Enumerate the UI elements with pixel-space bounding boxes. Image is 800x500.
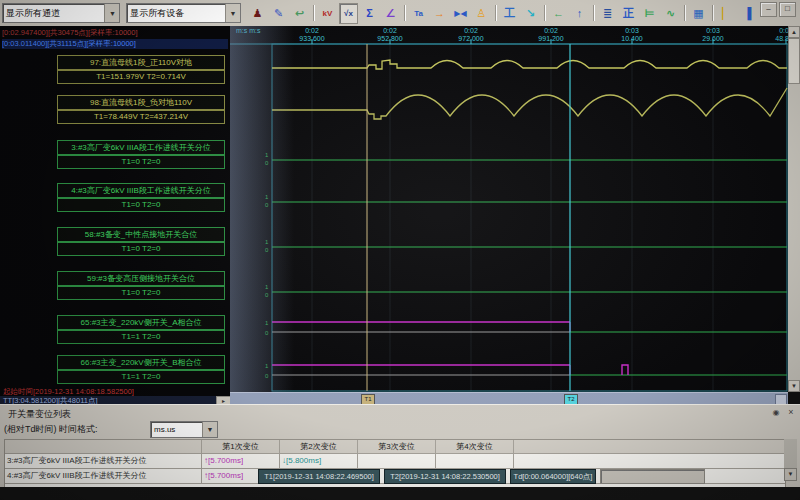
channel-panel: [0:02.947400][共30475点][采样率:10000][0:03.0… [0, 26, 230, 404]
channel-title: 4:#3高厂变6kV IIIB段工作进线开关分位 [57, 183, 225, 198]
channel-cursor-values: T1=1 T2=0 [57, 330, 225, 344]
time-format-combo[interactable]: ms.us ▼ [150, 421, 218, 438]
channel-filter-value: 显示所有通道 [3, 7, 104, 20]
channel-title: 97:直流母线1段_正110V对地 [57, 55, 225, 70]
bowtie-icon[interactable]: ▶◀ [451, 3, 470, 24]
svg-text:1: 1 [265, 152, 269, 158]
angle-icon[interactable]: ∠ [381, 3, 400, 24]
table-scrollbar[interactable]: ▼ [784, 439, 797, 481]
table-header-name [5, 440, 201, 454]
back-arrow-icon[interactable]: ← [549, 3, 568, 24]
undo-arrow-icon[interactable]: ↩ [290, 3, 309, 24]
grid-icon[interactable]: ▦ [689, 3, 708, 24]
device-filter-value: 显示所有设备 [127, 7, 225, 20]
sqrt-icon[interactable]: √x [339, 3, 358, 24]
blue-cursor-icon[interactable]: ▐ [738, 3, 757, 24]
hand-icon[interactable]: ♙ [472, 3, 491, 24]
toolbar-separator [313, 5, 314, 21]
table-cell[interactable]: ↓[5.800ms] [279, 454, 357, 469]
table-cell[interactable] [357, 454, 435, 469]
toolbar-separator [495, 5, 496, 21]
trace-ch66-pulse [622, 365, 628, 375]
channel-cursor-values: T1=0 T2=0 [57, 198, 225, 212]
table-cell[interactable]: ↑[5.700ms] [201, 454, 279, 469]
channel-cursor-values: T1=151.979V T2=0.714V [57, 70, 225, 84]
vertical-scrollbar[interactable]: ▲ ▼ [788, 26, 800, 392]
window-buttons: – □ [760, 2, 796, 17]
record-duration-info[interactable]: TT[3:04.581200][共48011点] [0, 396, 217, 404]
toolbar-icons: ♟✎↩kV√xΣ∠Ta→▶◀♙工↘←↑≣正⊨∿▦▏▐T↑T↓ [247, 0, 800, 26]
time-format-value: ms.us [151, 425, 202, 434]
chevron-down-icon[interactable]: ▼ [202, 422, 217, 437]
left-panel-scroll-arrow[interactable]: ▸ [216, 396, 230, 404]
waveform-area[interactable]: 10 10 10 10 10 10 m:s m:s 0:02 933.6000:… [230, 26, 788, 392]
scroll-up-icon[interactable]: ▲ [788, 26, 800, 38]
toolbar: 显示所有通道 ▼ 显示所有设备 ▼ ♟✎↩kV√xΣ∠Ta→▶◀♙工↘←↑≣正⊨… [0, 0, 800, 27]
svg-text:1: 1 [265, 320, 269, 326]
scroll-down-icon[interactable]: ▼ [788, 380, 800, 392]
up-arrow-icon[interactable]: ↑ [570, 3, 589, 24]
scroll-down-icon[interactable]: ▼ [784, 468, 797, 481]
channel-title: 65:#3主变_220kV侧开关_A相合位 [57, 315, 225, 330]
photo-edge [0, 487, 800, 500]
sweep-arrow-icon[interactable]: ↘ [521, 3, 540, 24]
time-format-label: (相对Td时间) 时间格式: [4, 423, 98, 436]
table-row-name[interactable]: 4:#3高厂变6kV IIIB段工作进线开关分位 [5, 469, 201, 484]
channel-title: 59:#3备变高压侧接地开关合位 [57, 271, 225, 286]
table-header-filler [513, 440, 785, 454]
table-header[interactable]: 第1次变位 [201, 440, 279, 454]
svg-text:0: 0 [265, 292, 269, 298]
svg-text:1: 1 [265, 194, 269, 200]
sum-icon[interactable]: Σ [360, 3, 379, 24]
time-axis: m:s m:s 0:02 933.6000:02 952.8000:02 972… [230, 26, 788, 44]
channel-title: 3:#3高厂变6kV IIIA段工作进线开关分位 [57, 140, 225, 155]
table-row-name[interactable]: 3:#3高厂变6kV IIIA段工作进线开关分位 [5, 454, 201, 469]
status-cursor-time: T1[2019-12-31 14:08:22.469500] [258, 469, 380, 484]
channel-cursor-values: T1=0 T2=0 [57, 155, 225, 169]
pen-icon[interactable]: ✎ [269, 3, 288, 24]
scroll-thumb[interactable] [788, 38, 800, 84]
close-icon[interactable]: × [785, 407, 797, 418]
channel-cursor-values: T1=0 T2=0 [57, 242, 225, 256]
time-tick-label: 0:02 991.200 [538, 27, 563, 43]
ta-icon[interactable]: Ta [409, 3, 428, 24]
toolbar-separator [593, 5, 594, 21]
list-icon[interactable]: ≣ [598, 3, 617, 24]
table-header[interactable]: 第4次变位 [435, 440, 513, 454]
chevron-down-icon[interactable]: ▼ [104, 4, 119, 22]
table-header[interactable]: 第3次变位 [357, 440, 435, 454]
yellow-cursor-icon[interactable]: ▏ [717, 3, 736, 24]
wave-overlay-icon[interactable]: ∿ [661, 3, 680, 24]
kv-icon[interactable]: kV [318, 3, 337, 24]
time-tick-label: 0:03 10.400 [621, 27, 642, 43]
toolbar-separator [684, 5, 685, 21]
time-tick-label: 0:03 29.600 [702, 27, 723, 43]
svg-text:1: 1 [265, 239, 269, 245]
channel-title: 98:直流母线1段_负对地110V [57, 95, 225, 110]
marker-tool-icon[interactable]: ♟ [248, 3, 267, 24]
table-cell-filler [513, 454, 785, 469]
table-header[interactable]: 第2次变位 [279, 440, 357, 454]
zheng-icon[interactable]: 正 [619, 3, 638, 24]
status-cursor-time: T2[2019-12-31 14:08:22.530500] [384, 469, 506, 484]
status-empty-field [600, 469, 705, 484]
channel-filter-combo[interactable]: 显示所有通道 ▼ [2, 3, 120, 23]
minimize-button[interactable]: – [760, 2, 777, 17]
device-filter-combo[interactable]: 显示所有设备 ▼ [126, 3, 241, 23]
time-axis-unit: m:s m:s [236, 27, 261, 35]
pin-icon[interactable]: ◉ [770, 407, 782, 418]
record-info-line[interactable]: [0:03.011400][共31115点][采样率:10000] [2, 39, 228, 49]
status-cursor-time: Td[0:00.064000][640点] [510, 469, 596, 484]
restore-button[interactable]: □ [779, 2, 796, 17]
switch-change-panel: 开关量变位列表 ◉ × (相对Td时间) 时间格式: ms.us ▼ 第1次变位… [0, 404, 800, 488]
table-cell[interactable] [435, 454, 513, 469]
toolbar-separator [404, 5, 405, 21]
svg-text:1: 1 [265, 284, 269, 290]
trace-ch97 [272, 60, 787, 69]
span-icon[interactable]: 工 [500, 3, 519, 24]
compress-icon[interactable]: ⊨ [640, 3, 659, 24]
waveform-plot: 10 10 10 10 10 10 [230, 26, 788, 392]
record-info-line[interactable]: [0:02.947400][共30475点][采样率:10000] [2, 28, 228, 38]
jump-arrow-icon[interactable]: → [430, 3, 449, 24]
chevron-down-icon[interactable]: ▼ [225, 4, 240, 22]
